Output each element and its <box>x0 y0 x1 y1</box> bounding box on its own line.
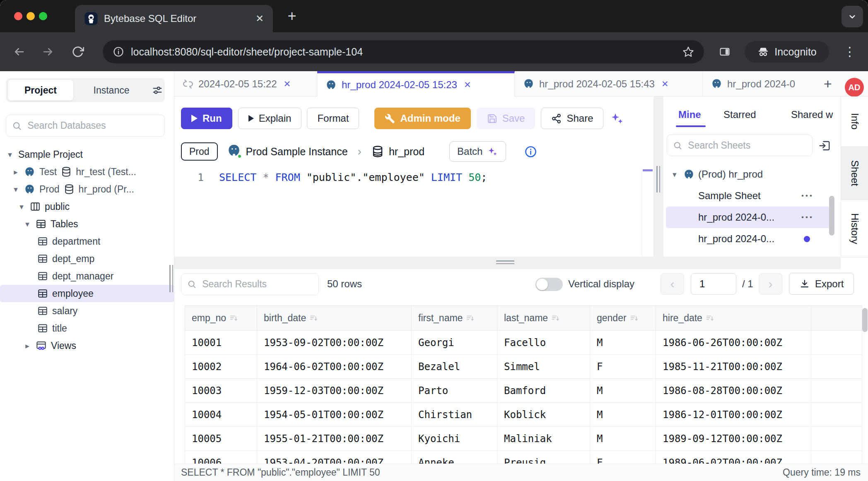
column-header[interactable]: hire_date <box>656 306 811 331</box>
table-row[interactable]: 100041954-05-01T00:00:00ZChirstianKoblic… <box>185 403 862 427</box>
reload-button[interactable] <box>66 32 89 71</box>
sort-icon[interactable] <box>229 314 239 323</box>
tree-item-test-database[interactable]: ▸ Test hr_test (Test... <box>0 163 174 180</box>
side-tab-sheet[interactable]: Sheet <box>841 147 868 200</box>
side-tab-info[interactable]: Info <box>841 96 868 147</box>
prev-page-button[interactable]: ‹ <box>661 273 684 295</box>
sort-icon[interactable] <box>630 314 639 323</box>
back-button[interactable] <box>7 32 31 71</box>
tab-instance[interactable]: Instance <box>76 80 147 101</box>
panel-splitter-vertical[interactable] <box>653 96 663 257</box>
url-bar[interactable]: localhost:8080/sql-editor/sheet/project-… <box>103 40 704 63</box>
results-search-input[interactable] <box>201 278 313 290</box>
column-header[interactable]: last_name <box>497 306 590 331</box>
sheet-item[interactable]: hr_prod 2024-0... <box>666 250 833 257</box>
tree-item-views-group[interactable]: ▸ Views <box>0 337 174 354</box>
caret-down-icon[interactable]: ▾ <box>17 202 26 212</box>
explain-button[interactable]: Explain <box>238 108 302 129</box>
new-sheet-tab-button[interactable]: + <box>820 71 836 96</box>
close-tab-icon[interactable]: ✕ <box>284 79 291 89</box>
caret-down-icon[interactable]: ▾ <box>12 185 20 194</box>
collapse-panel-icon[interactable] <box>818 139 831 152</box>
tab-project[interactable]: Project <box>8 80 73 101</box>
sort-icon[interactable] <box>551 314 560 323</box>
sql-editor-area[interactable]: 1 SELECT * FROM "public"."employee" LIMI… <box>174 166 653 257</box>
editor-minimap[interactable] <box>641 168 653 257</box>
results-search[interactable] <box>181 273 319 295</box>
avatar[interactable]: AD <box>845 78 864 97</box>
instance-name[interactable]: Prod Sample Instance <box>246 146 348 158</box>
side-panel-button[interactable] <box>713 32 736 71</box>
zoom-window-button[interactable] <box>39 12 47 20</box>
new-tab-button[interactable]: + <box>282 6 302 26</box>
ai-sparkles-icon[interactable] <box>609 111 624 126</box>
more-menu-icon[interactable]: ••• <box>801 192 814 200</box>
splitter-grip-icon[interactable] <box>496 260 514 266</box>
database-name[interactable]: hr_prod <box>389 146 424 158</box>
tab-mine[interactable]: Mine <box>678 109 701 120</box>
run-button[interactable]: Run <box>181 108 232 129</box>
export-button[interactable]: Export <box>789 273 854 295</box>
sort-icon[interactable] <box>706 314 715 323</box>
column-header[interactable]: birth_date <box>257 306 412 331</box>
side-tab-history[interactable]: History <box>841 200 868 257</box>
editor-tab-1[interactable]: 2024-02-05 15:22 ✕ <box>174 71 317 96</box>
sheet-item[interactable]: hr_prod 2024-0... <box>666 228 833 250</box>
sidebar-resize-handle[interactable] <box>169 265 173 292</box>
table-row[interactable]: 100021964-06-02T00:00:00ZBezalelSimmelF1… <box>185 355 862 379</box>
tree-item-tables-group[interactable]: ▾ Tables <box>0 215 174 233</box>
caret-right-icon[interactable]: ▸ <box>12 167 20 177</box>
minimize-window-button[interactable] <box>27 12 35 20</box>
caret-down-icon[interactable]: ▾ <box>673 170 677 179</box>
sheet-item[interactable]: Sample Sheet ••• <box>666 185 833 207</box>
sort-icon[interactable] <box>466 314 475 323</box>
close-tab-icon[interactable]: ✕ <box>256 13 264 24</box>
table-row[interactable]: 100051955-01-21T00:00:00ZKyoichiMaliniak… <box>185 427 862 451</box>
sheet-search[interactable] <box>667 135 813 156</box>
table-row[interactable]: 100011953-09-02T00:00:00ZGeorgiFacelloM1… <box>185 331 862 355</box>
sheet-list-scrollbar[interactable] <box>829 196 834 236</box>
environment-badge[interactable]: Prod <box>181 142 218 161</box>
panel-splitter-horizontal[interactable] <box>174 257 841 269</box>
tab-shared[interactable]: Shared w <box>791 109 833 120</box>
close-window-button[interactable] <box>14 12 22 20</box>
info-circle-icon[interactable] <box>524 145 537 158</box>
editor-tab-3[interactable]: hr_prod 2024-02-05 15:43 ✕ <box>515 71 703 96</box>
caret-down-icon[interactable]: ▾ <box>6 150 14 159</box>
close-tab-icon[interactable]: ✕ <box>464 80 471 90</box>
filter-sliders-icon[interactable] <box>152 84 163 96</box>
close-tab-icon[interactable]: ✕ <box>661 79 669 89</box>
column-header[interactable]: emp_no <box>185 306 257 331</box>
column-header[interactable]: gender <box>590 306 656 331</box>
tree-item-table-employee[interactable]: employee <box>0 285 174 302</box>
editor-tab-2-active[interactable]: hr_prod 2024-02-05 15:23 ✕ <box>317 71 515 96</box>
page-number-input[interactable] <box>691 273 736 295</box>
next-page-button[interactable]: › <box>759 273 782 295</box>
tab-search-button[interactable] <box>841 6 863 27</box>
table-row[interactable]: 100061953-04-20T00:00:00ZAnnekePreusigF1… <box>185 451 862 464</box>
more-menu-icon[interactable]: ••• <box>801 213 814 221</box>
tree-item-project[interactable]: ▾ Sample Project <box>0 146 174 163</box>
share-button[interactable]: Share <box>541 108 603 129</box>
admin-mode-button[interactable]: Admin mode <box>374 108 470 129</box>
tree-item-table-dept-emp[interactable]: dept_emp <box>0 250 174 267</box>
tree-item-table-dept-manager[interactable]: dept_manager <box>0 267 174 285</box>
sheet-item-selected[interactable]: hr_prod 2024-0... ••• <box>666 207 833 228</box>
forward-button[interactable] <box>36 32 60 71</box>
editor-tab-4[interactable]: hr_prod 2024-0 <box>703 71 820 96</box>
database-search-input[interactable] <box>27 120 159 132</box>
tab-starred[interactable]: Starred <box>723 109 756 120</box>
batch-button[interactable]: Batch <box>449 141 506 162</box>
sql-code-line[interactable]: SELECT * FROM "public"."employee" LIMIT … <box>219 171 487 183</box>
browser-menu-button[interactable]: ⋮ <box>838 32 861 71</box>
tree-item-schema-public[interactable]: ▾ public <box>0 198 174 215</box>
tree-item-table-title[interactable]: title <box>0 320 174 337</box>
tree-item-prod-database[interactable]: ▾ Prod hr_prod (Pr... <box>0 180 174 198</box>
caret-down-icon[interactable]: ▾ <box>23 219 31 229</box>
browser-tab[interactable]: Bytebase SQL Editor ✕ <box>75 5 273 32</box>
table-scrollbar[interactable] <box>862 308 868 332</box>
column-header[interactable]: first_name <box>412 306 497 331</box>
table-row[interactable]: 100031959-12-03T00:00:00ZPartoBamfordM19… <box>185 379 862 403</box>
vertical-display-toggle[interactable] <box>535 278 563 291</box>
sheet-search-input[interactable] <box>687 139 806 152</box>
